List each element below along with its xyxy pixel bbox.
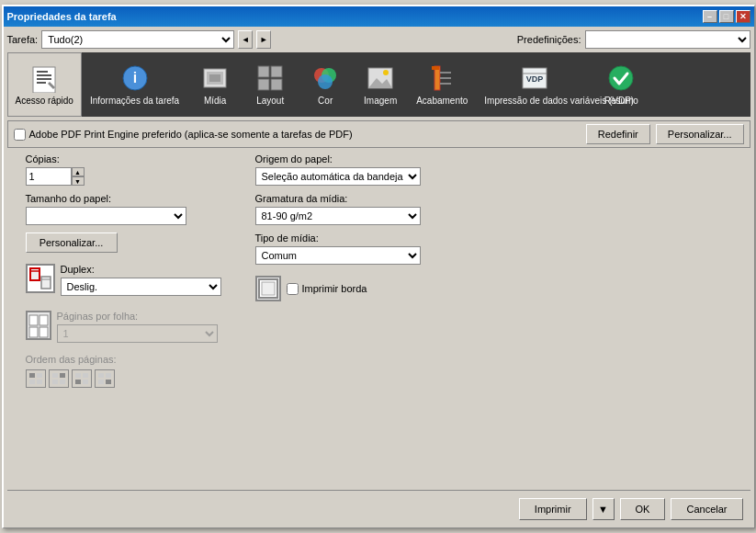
tab-resumo[interactable]: Resumo <box>593 52 649 117</box>
svg-rect-49 <box>83 380 88 384</box>
svg-rect-55 <box>262 282 275 295</box>
svg-rect-38 <box>29 373 35 378</box>
svg-rect-10 <box>209 74 220 82</box>
adobe-pdf-label: Adobe PDF Print Engine preferido (aplica… <box>29 129 353 140</box>
tipo-select[interactable]: Comum <box>255 246 421 265</box>
left-column: Cópias: ▲ ▼ Tamanho do papel: <box>26 153 228 490</box>
svg-rect-32 <box>41 277 51 289</box>
tipo-group: Tipo de mídia: Comum <box>255 232 732 265</box>
order-btn-2[interactable] <box>49 369 69 388</box>
ordem-group: Ordem das páginas: <box>26 354 228 388</box>
svg-rect-48 <box>75 380 81 384</box>
paginas-label: Páginas por folha: <box>57 311 218 322</box>
tab-acesso-rapido-label: Acesso rápido <box>16 96 73 106</box>
task-row: Tarefa: Tudo(2) ◄ ► Predefinições: <box>7 30 750 49</box>
cancelar-button[interactable]: Cancelar <box>671 498 742 520</box>
svg-rect-14 <box>271 79 282 90</box>
tab-resumo-label: Resumo <box>604 96 638 106</box>
svg-rect-2 <box>37 74 51 76</box>
task-select[interactable]: Tudo(2) <box>41 30 234 49</box>
ordem-label: Ordem das páginas: <box>26 354 228 365</box>
personalizar-top-button[interactable]: Personalizar... <box>656 124 744 144</box>
gramatura-group: Gramatura da mídia: 81-90 g/m2 <box>255 193 732 225</box>
minimize-button[interactable]: – <box>703 10 717 23</box>
order-btn-3[interactable] <box>72 369 92 388</box>
paginas-select[interactable]: 1 <box>57 324 218 343</box>
svg-rect-12 <box>271 66 282 77</box>
svg-rect-51 <box>106 373 111 378</box>
order-icons <box>26 369 228 388</box>
origem-select[interactable]: Seleção automática da bandeja <box>255 167 421 186</box>
svg-rect-40 <box>29 380 35 384</box>
main-window: Propriedades da tarefa – □ ✕ Tarefa: Tud… <box>2 5 755 528</box>
svg-rect-46 <box>75 373 81 378</box>
imprimir-borda-icon <box>255 276 281 301</box>
duplex-label: Duplex: <box>61 264 221 275</box>
tab-imagem-label: Imagem <box>364 96 397 106</box>
imprimir-button[interactable]: Imprimir <box>519 498 587 520</box>
close-button[interactable]: ✕ <box>736 10 750 23</box>
adobe-pdf-row: Adobe PDF Print Engine preferido (aplica… <box>7 120 750 148</box>
tab-informacoes-label: Informações da tarefa <box>90 96 179 106</box>
copias-up-button[interactable]: ▲ <box>72 167 85 176</box>
tab-acabamento[interactable]: Acabamento <box>408 52 476 117</box>
order-btn-1[interactable] <box>26 369 46 388</box>
order-btn-4[interactable] <box>95 369 115 388</box>
svg-rect-44 <box>52 380 58 384</box>
tab-acesso-rapido[interactable]: Acesso rápido <box>7 52 82 117</box>
title-bar: Propriedades da tarefa – □ ✕ <box>4 6 754 27</box>
predef-select[interactable] <box>585 30 750 49</box>
resumo-icon <box>606 63 636 93</box>
personalizar-wrapper: Personalizar... <box>26 232 228 253</box>
tab-imagem[interactable]: Imagem <box>353 52 408 117</box>
copias-label: Cópias: <box>26 153 228 164</box>
tab-vdp[interactable]: VDP Impressão de dados variáveis (VDP) <box>476 52 593 117</box>
tab-midia-label: Mídia <box>204 96 226 106</box>
tab-midia[interactable]: Mídia <box>187 52 243 117</box>
adobe-pdf-checkbox[interactable] <box>14 129 26 141</box>
svg-rect-11 <box>258 66 269 77</box>
layout-icon <box>255 63 285 93</box>
svg-rect-41 <box>37 380 42 384</box>
pages-right: Páginas por folha: 1 <box>57 311 218 343</box>
task-label: Tarefa: <box>7 34 39 45</box>
svg-point-20 <box>383 70 389 75</box>
imprimir-arrow-button[interactable]: ▼ <box>592 498 615 520</box>
imagem-icon <box>366 63 395 93</box>
svg-rect-34 <box>29 315 38 325</box>
tab-informacoes[interactable]: i Informações da tarefa <box>82 52 187 117</box>
origem-group: Origem do papel: Seleção automática da b… <box>255 153 732 186</box>
svg-rect-43 <box>60 373 65 378</box>
tab-cor[interactable]: Cor <box>298 52 353 117</box>
maximize-button[interactable]: □ <box>719 10 734 23</box>
svg-text:VDP: VDP <box>526 74 544 84</box>
tab-layout[interactable]: Layout <box>243 52 298 117</box>
ok-button[interactable]: OK <box>620 498 666 520</box>
imprimir-borda-label[interactable]: Imprimir borda <box>287 283 367 295</box>
window-title: Propriedades da tarefa <box>7 11 117 22</box>
personalizar-button[interactable]: Personalizar... <box>26 232 118 253</box>
copias-down-button[interactable]: ▼ <box>72 176 85 186</box>
svg-rect-50 <box>98 373 104 378</box>
acabamento-icon <box>427 63 457 93</box>
copias-input[interactable] <box>26 167 72 186</box>
cor-icon <box>310 63 340 93</box>
svg-rect-13 <box>258 79 269 90</box>
midia-icon <box>200 63 230 93</box>
acesso-rapido-icon <box>29 63 59 93</box>
svg-rect-22 <box>432 66 439 70</box>
content-area: Tarefa: Tudo(2) ◄ ► Predefinições: <box>4 27 754 527</box>
tamanho-select[interactable] <box>26 207 186 225</box>
redefine-button[interactable]: Redefinir <box>586 124 650 144</box>
duplex-select[interactable]: Deslig. Frente e verso Superior <box>61 278 221 296</box>
main-body: Cópias: ▲ ▼ Tamanho do papel: <box>7 153 750 490</box>
svg-rect-37 <box>39 327 48 337</box>
task-prev-button[interactable]: ◄ <box>238 30 253 49</box>
svg-rect-1 <box>37 71 48 73</box>
tab-acabamento-label: Acabamento <box>416 96 468 106</box>
task-next-button[interactable]: ► <box>256 30 271 49</box>
imprimir-borda-checkbox[interactable] <box>287 283 299 295</box>
svg-rect-52 <box>98 380 104 384</box>
pages-row: Páginas por folha: 1 <box>26 311 228 343</box>
gramatura-select[interactable]: 81-90 g/m2 <box>255 207 421 225</box>
